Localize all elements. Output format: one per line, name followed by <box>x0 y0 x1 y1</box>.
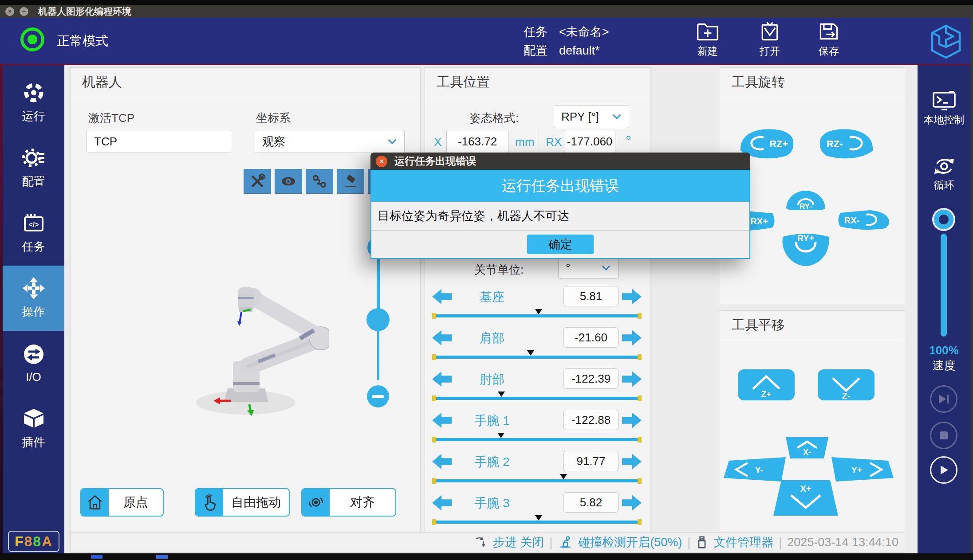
sidebar-item-operate[interactable]: 操作 <box>3 266 64 331</box>
viewport-zoom-out-button[interactable] <box>367 385 389 407</box>
stop-button[interactable] <box>930 422 957 449</box>
joint-plus-arrow[interactable] <box>622 288 642 305</box>
jog-y-plus-button[interactable]: Y+ <box>829 457 894 482</box>
viewport-zoom-track[interactable] <box>377 331 379 380</box>
mode-label: 正常模式 <box>57 18 108 64</box>
rx-unit-label: ° <box>626 133 631 149</box>
move-arrows-icon <box>22 277 45 300</box>
jog-ry-plus-button[interactable]: RY+ <box>780 230 831 268</box>
terminal-icon <box>932 91 957 111</box>
jog-rz-minus-button[interactable]: RZ- <box>819 128 875 160</box>
joint-minus-arrow[interactable] <box>432 411 452 429</box>
cycle-icon <box>932 156 957 176</box>
joint-value-input[interactable]: 5.82 <box>563 492 618 513</box>
tool-position-panel: 工具位置 姿态格式: RPY [°] X -163.72 mm RX -177.… <box>425 67 651 532</box>
joint-slider-marker <box>560 474 567 479</box>
window-minimize-button[interactable]: − <box>20 7 28 16</box>
viewport-zoom-track[interactable] <box>377 258 380 310</box>
joint-slider-track[interactable] <box>432 479 642 482</box>
joint-value-input[interactable]: 91.77 <box>563 451 618 471</box>
speed-label: 速度 <box>918 358 970 373</box>
joint-value-input[interactable]: -122.88 <box>563 410 618 430</box>
robot-3d-viewport[interactable] <box>178 265 329 425</box>
joint-minus-arrow[interactable] <box>432 329 452 347</box>
x-axis-label: X <box>434 135 441 149</box>
open-task-button[interactable]: 打开 <box>748 21 792 58</box>
frame-select[interactable]: 观察 <box>255 130 405 153</box>
sidebar-item-run[interactable]: 运行 <box>3 70 64 135</box>
eye-button[interactable] <box>275 169 302 194</box>
file-manager-link[interactable]: 文件管理器 <box>713 534 773 550</box>
path-button[interactable] <box>306 169 333 194</box>
rx-value-input[interactable]: -177.060 <box>564 130 615 153</box>
skip-icon <box>937 393 950 405</box>
jog-x-minus-button[interactable]: X- <box>785 437 829 458</box>
window-close-button[interactable]: × <box>5 7 14 16</box>
svg-text:Y-: Y- <box>755 465 764 475</box>
joint-minus-arrow[interactable] <box>432 494 452 512</box>
local-control-button[interactable]: 本地控制 <box>918 91 970 127</box>
joint-plus-arrow[interactable] <box>622 453 642 470</box>
joint-slider-track[interactable] <box>432 356 642 359</box>
active-tcp-input[interactable]: TCP <box>87 130 231 153</box>
jog-y-minus-button[interactable]: Y- <box>724 457 786 482</box>
app-header: 正常模式 任务 <未命名> 配置 default* 新建 打开 保存 <box>0 18 973 65</box>
align-button[interactable]: 对齐 <box>301 488 396 517</box>
play-button[interactable] <box>930 456 957 484</box>
run-icon <box>22 81 45 104</box>
collision-detect-status[interactable]: 碰撞检测开启(50%) <box>578 534 682 550</box>
joint-minus-arrow[interactable] <box>432 453 452 470</box>
dialog-ok-button[interactable]: 确定 <box>527 235 594 254</box>
jog-z-plus-button[interactable]: Z+ <box>738 369 795 400</box>
sidebar-item-config[interactable]: 配置 <box>3 135 64 200</box>
joint-minus-arrow[interactable] <box>432 370 452 388</box>
cycle-button[interactable]: 循环 <box>918 156 970 192</box>
badge-char: 8 <box>33 533 42 550</box>
joint-unit-select[interactable]: ° <box>558 257 618 279</box>
sidebar-item-io[interactable]: I/O <box>3 331 64 396</box>
joint-slider-track[interactable] <box>432 397 642 400</box>
open-icon <box>758 21 781 42</box>
joint-minus-arrow[interactable] <box>432 288 452 305</box>
x-value-input[interactable]: -163.72 <box>446 130 508 153</box>
tool-position-title: 工具位置 <box>425 68 650 96</box>
dialog-close-button[interactable]: ✕ <box>376 156 387 167</box>
joint-value-input[interactable]: -21.60 <box>563 327 618 348</box>
joint-plus-arrow[interactable] <box>622 494 642 512</box>
jog-z-minus-button[interactable]: Z- <box>818 369 875 400</box>
tools-button[interactable] <box>244 169 271 194</box>
joint-slider-track[interactable] <box>432 438 642 441</box>
joint-plus-arrow[interactable] <box>622 370 642 388</box>
jog-x-plus-button[interactable]: X+ <box>773 480 838 516</box>
pose-format-select[interactable]: RPY [°] <box>554 105 629 128</box>
joint-plus-arrow[interactable] <box>622 329 642 347</box>
speed-slider-track[interactable] <box>941 234 947 337</box>
svg-text:Y+: Y+ <box>851 465 862 475</box>
joint-slider-track[interactable] <box>432 521 642 524</box>
joint-slider-track[interactable] <box>432 314 642 317</box>
joint-value-input[interactable]: 5.81 <box>563 286 618 306</box>
svg-text:X+: X+ <box>800 484 811 493</box>
jog-rx-minus-button[interactable]: RX- <box>837 209 891 231</box>
new-task-button[interactable]: 新建 <box>685 21 730 58</box>
eraser-button[interactable] <box>337 169 364 194</box>
step-mode-status[interactable]: 步进 关闭 <box>493 534 544 550</box>
joint-row-wrist1: 手腕 1 -122.88 <box>432 410 642 451</box>
io-swap-icon <box>22 343 45 366</box>
pose-format-value: RPY [°] <box>561 110 599 124</box>
joint-value-input[interactable]: -122.39 <box>563 368 618 389</box>
new-folder-icon <box>696 21 719 42</box>
play-icon <box>938 464 949 476</box>
speed-slider-knob[interactable] <box>934 210 953 229</box>
free-drag-button[interactable]: 自由拖动 <box>195 488 290 517</box>
save-task-button[interactable]: 保存 <box>807 21 851 58</box>
jog-ry-minus-button[interactable]: RY- <box>784 190 827 210</box>
home-button[interactable]: 原点 <box>80 488 164 517</box>
home-label: 原点 <box>109 489 163 516</box>
viewport-zoom-knob[interactable] <box>366 308 390 331</box>
sidebar-item-label: 运行 <box>22 109 45 124</box>
joint-plus-arrow[interactable] <box>622 411 642 429</box>
sidebar-item-plugin[interactable]: 插件 <box>3 396 64 461</box>
step-forward-button[interactable] <box>930 385 957 413</box>
sidebar-item-task[interactable]: </> 任务 <box>3 200 64 266</box>
